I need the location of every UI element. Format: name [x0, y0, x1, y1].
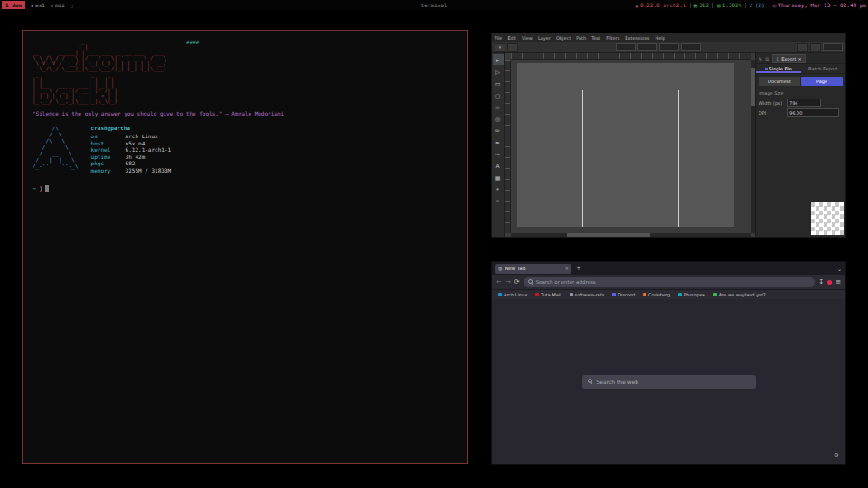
rect-tool-icon[interactable]: ▭	[493, 78, 504, 89]
page-settings-gear-icon[interactable]: ⚙	[834, 452, 839, 459]
width-input[interactable]: 794	[787, 99, 821, 107]
workspace-ws1[interactable]: ▪ ws1	[31, 2, 45, 8]
inkscape-command-toolbar: ▾	[492, 42, 845, 53]
menu-help[interactable]: Help	[652, 35, 667, 41]
toolbar-button[interactable]	[797, 43, 808, 52]
favicon	[678, 293, 682, 296]
pencil-tool-icon[interactable]: ✏	[493, 125, 504, 136]
gradient-tool-icon[interactable]: ▦	[493, 172, 504, 183]
export-dialog-tab[interactable]: ⇩ Export ×	[772, 54, 806, 63]
favicon	[498, 293, 502, 296]
bookmark-are-we-wayland-yet[interactable]: Are we wayland yet?	[713, 292, 766, 297]
menu-filters[interactable]: Filters	[603, 35, 622, 41]
terminal-cursor	[45, 185, 49, 192]
recording-indicator[interactable]	[827, 280, 832, 285]
toolbar-field-w[interactable]	[659, 43, 679, 51]
vertical-ruler	[505, 60, 511, 233]
volume-icon: ♪	[750, 2, 753, 8]
export-area-segment: Document Page	[756, 74, 845, 88]
bar-cpu: ▥ 1.302%	[717, 2, 741, 8]
workspace-mzz[interactable]: ▪ mzz	[51, 2, 65, 8]
inkscape-menubar: File Edit View Layer Object Path Text Fi…	[492, 33, 845, 42]
tab-batch-export[interactable]: Batch Export	[801, 64, 846, 73]
layout-icon[interactable]: □	[71, 3, 73, 8]
menu-edit[interactable]: Edit	[505, 35, 519, 41]
menu-path[interactable]: Path	[573, 35, 589, 41]
cpu-icon: ▥	[717, 2, 721, 8]
close-tab-icon[interactable]: ×	[564, 266, 569, 271]
workspace-icon: ▪	[31, 3, 33, 8]
web-search-input[interactable]: Search the web	[582, 375, 756, 389]
back-icon[interactable]: ←	[496, 278, 502, 286]
bookmark-folder-software-refs[interactable]: software-refs	[570, 292, 605, 297]
clock-icon: ◴	[773, 2, 777, 8]
tab-single-file[interactable]: Single File	[756, 64, 801, 73]
bookmark-tuta-mail[interactable]: Tuta Mail	[535, 292, 561, 297]
workspace-icon: ▪	[51, 3, 53, 8]
globe-icon: ◍	[498, 266, 502, 271]
calligraphy-tool-icon[interactable]: ✑	[493, 148, 504, 159]
search-icon	[588, 379, 593, 384]
inkscape-canvas[interactable]	[505, 53, 755, 237]
list-tabs-chevron-icon[interactable]: ⌄	[837, 266, 842, 272]
menu-layer[interactable]: Layer	[535, 35, 553, 41]
toolbar-button[interactable]	[507, 43, 518, 52]
swatches-dialog-icon[interactable]: ▤	[765, 56, 769, 61]
browser-tab-new-tab[interactable]: ◍ New Tab ×	[495, 264, 571, 274]
zoom-tool-icon[interactable]: ⌕	[493, 195, 504, 206]
inkscape-toolbox: ➤ ▷ ▭ ○ ☆ ◎ ✏ ✒ ✑ A ▦ ⌖ ⌕	[492, 53, 505, 237]
bookmark-arch-linux[interactable]: Arch Linux	[498, 292, 527, 297]
menu-extensions[interactable]: Extensions	[622, 35, 652, 41]
star-tool-icon[interactable]: ☆	[493, 101, 504, 112]
bookmark-discord[interactable]: Discord	[612, 292, 635, 297]
menu-text[interactable]: Text	[589, 35, 603, 41]
pen-tool-icon[interactable]: ✒	[493, 136, 504, 147]
horizontal-ruler	[511, 53, 751, 60]
export-area-page-button[interactable]: Page	[801, 77, 843, 86]
toolbar-button[interactable]	[810, 43, 821, 52]
dpi-input[interactable]: 96.00	[787, 108, 839, 117]
export-area-document-button[interactable]: Document	[759, 77, 800, 86]
toolbar-zoom-field[interactable]	[823, 43, 843, 51]
toolbar-field-x[interactable]	[616, 43, 636, 51]
fetch-row: hostn5x n4	[91, 140, 172, 147]
fetch-row: pkgs682	[91, 160, 172, 167]
ellipse-tool-icon[interactable]: ○	[493, 89, 504, 100]
reload-icon[interactable]: ⟳	[514, 278, 520, 286]
fetch-row: uptime3h 42m	[91, 154, 172, 161]
pencil-dialog-icon[interactable]: ✎	[759, 56, 762, 61]
shell-prompt[interactable]: ~ ❯	[33, 185, 458, 192]
menu-icon[interactable]: ≡	[835, 278, 841, 286]
text-tool-icon[interactable]: A	[493, 160, 504, 171]
canvas-horizontal-scrollbar[interactable]	[511, 233, 751, 237]
width-field-row: Width (px) 794	[756, 97, 845, 107]
spiral-tool-icon[interactable]: ◎	[493, 113, 504, 124]
bookmark-photopea[interactable]: Photopea	[678, 292, 705, 297]
bookmark-codeberg[interactable]: Codeberg	[643, 292, 670, 297]
forward-icon[interactable]: →	[505, 278, 511, 286]
download-icon[interactable]: ↧	[818, 278, 824, 286]
menu-file[interactable]: File	[492, 35, 505, 41]
export-icon: ⇩	[776, 56, 779, 61]
url-input[interactable]: Search or enter address	[524, 277, 816, 287]
node-tool-icon[interactable]: ▷	[493, 66, 504, 77]
menu-view[interactable]: View	[519, 35, 535, 41]
browser-tab-bar: ◍ New Tab × + ⌄	[492, 262, 845, 275]
status-bar: 1 dwm ▪ ws1 ▪ mzz □ terminal ▲ 0.22.0 ar…	[0, 0, 868, 10]
search-icon	[528, 279, 533, 285]
new-tab-button[interactable]: +	[576, 265, 581, 272]
terminal-window[interactable]: _ | | __ _____| | ___ ___ _ __ ___ ___ \…	[22, 30, 468, 464]
tool-options-dropdown[interactable]: ▾	[495, 43, 505, 52]
page-guide	[582, 90, 583, 227]
menu-object[interactable]: Object	[553, 35, 573, 41]
single-file-icon	[765, 68, 768, 70]
dropper-tool-icon[interactable]: ⌖	[493, 183, 504, 194]
close-icon[interactable]: ×	[798, 56, 802, 61]
toolbar-field-h[interactable]	[681, 43, 701, 51]
toolbar-field-y[interactable]	[637, 43, 657, 51]
bar-volume: ♪ (2)	[750, 2, 764, 8]
tab-title: New Tab	[505, 266, 525, 271]
document-page[interactable]	[517, 63, 734, 227]
select-tool-icon[interactable]: ➤	[493, 54, 504, 65]
workspace-tag[interactable]: 1 dwm	[2, 1, 25, 9]
